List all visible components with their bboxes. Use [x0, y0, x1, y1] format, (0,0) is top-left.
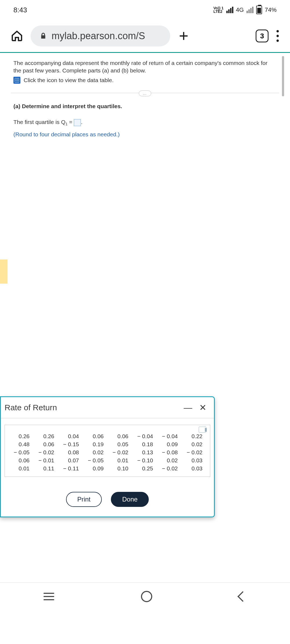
address-bar[interactable]: mylab.pearson.com/S [31, 25, 170, 46]
data-cell: 0.06 [9, 457, 33, 464]
data-cell: − 0.04 [157, 433, 182, 440]
done-button[interactable]: Done [111, 492, 149, 507]
print-button[interactable]: Print [66, 492, 102, 507]
data-cell: − 0.11 [58, 465, 83, 472]
data-cell: − 0.15 [58, 441, 83, 448]
data-cell: − 0.05 [83, 457, 107, 464]
tab-switcher[interactable]: 3 [256, 30, 269, 42]
data-cell: 0.18 [132, 441, 157, 448]
network-label: Vo)) 1 LTE2 [213, 6, 224, 13]
data-cell: 0.08 [58, 449, 83, 456]
data-cell: 0.03 [182, 465, 206, 472]
data-cell: − 0.02 [107, 449, 132, 456]
battery-icon [256, 6, 262, 14]
status-right: Vo)) 1 LTE2 4G 74% [213, 6, 277, 14]
data-cell: 0.09 [157, 441, 182, 448]
signal-bars-2-icon [247, 7, 253, 13]
back-button[interactable] [238, 591, 248, 602]
section-divider: … [11, 93, 279, 93]
side-tab[interactable] [0, 259, 8, 284]
home-button[interactable] [141, 591, 152, 602]
data-cell: 0.06 [33, 441, 58, 448]
recents-button[interactable] [44, 592, 54, 601]
data-cell: 0.01 [107, 457, 132, 464]
data-cell: − 0.10 [132, 457, 157, 464]
page-content: The accompanying data represent the mont… [0, 52, 290, 610]
part-a: (a) Determine and interpret the quartile… [0, 93, 290, 140]
rounding-hint: (Round to four decimal places as needed.… [13, 129, 277, 140]
android-nav-bar [0, 582, 290, 610]
data-cell: 0.04 [58, 433, 83, 440]
data-cell: − 0.02 [157, 465, 182, 472]
problem-intro: The accompanying data represent the mont… [13, 59, 279, 75]
network-4g: 4G [236, 6, 244, 13]
data-cell: − 0.08 [157, 449, 182, 456]
close-icon[interactable]: ✕ [199, 403, 206, 412]
data-cell: 0.22 [182, 433, 206, 440]
modal-title: Rate of Return [5, 403, 184, 412]
q1-input[interactable] [74, 119, 81, 126]
svg-point-0 [277, 30, 279, 32]
data-cell: 0.09 [83, 465, 107, 472]
data-cell: 0.02 [182, 441, 206, 448]
new-tab-icon[interactable] [178, 30, 190, 42]
data-cell: 0.26 [33, 433, 58, 440]
data-cell: 0.07 [58, 457, 83, 464]
data-cell: 0.19 [83, 441, 107, 448]
data-cell: 0.02 [157, 457, 182, 464]
clock: 8:43 [13, 6, 27, 14]
copy-icon[interactable] [199, 427, 206, 433]
url-text: mylab.pearson.com/S [52, 30, 145, 42]
data-cell: 0.06 [107, 433, 132, 440]
data-modal: Rate of Return — ✕ 0.260.260.040.060.06−… [0, 396, 215, 517]
data-cell: 0.06 [83, 433, 107, 440]
data-cell: 0.01 [9, 465, 33, 472]
data-cell: 0.26 [9, 433, 33, 440]
battery-percent: 74% [265, 6, 277, 13]
scrollbar[interactable] [282, 56, 284, 96]
data-cell: 0.02 [83, 449, 107, 456]
svg-point-2 [277, 39, 279, 42]
data-cell: 0.11 [33, 465, 58, 472]
data-cell: − 0.01 [33, 457, 58, 464]
part-a-text: (a) Determine and interpret the quartile… [13, 103, 122, 109]
quartile-line: The first quartile is Q1 = . [13, 117, 277, 127]
table-icon[interactable] [13, 77, 20, 84]
data-cell: 0.13 [132, 449, 157, 456]
browser-toolbar: mylab.pearson.com/S 3 [0, 20, 290, 52]
svg-point-1 [277, 35, 279, 37]
data-table: 0.260.260.040.060.06− 0.04− 0.040.220.48… [5, 425, 210, 477]
expand-pill[interactable]: … [139, 90, 151, 96]
data-cell: 0.03 [182, 457, 206, 464]
home-icon[interactable] [11, 30, 23, 42]
data-cell: 0.05 [107, 441, 132, 448]
data-cell: 0.10 [107, 465, 132, 472]
minimize-icon[interactable]: — [184, 403, 192, 412]
data-cell: 0.48 [9, 441, 33, 448]
view-data-link[interactable]: Click the icon to view the data table. [24, 77, 114, 83]
status-bar: 8:43 Vo)) 1 LTE2 4G 74% [0, 0, 290, 20]
more-menu-icon[interactable] [276, 30, 279, 42]
lock-icon [40, 32, 47, 40]
data-cell: − 0.04 [132, 433, 157, 440]
data-cell: − 0.02 [33, 449, 58, 456]
data-cell: 0.25 [132, 465, 157, 472]
data-cell: − 0.02 [182, 449, 206, 456]
data-cell: − 0.05 [9, 449, 33, 456]
signal-bars-1-icon [226, 7, 233, 13]
